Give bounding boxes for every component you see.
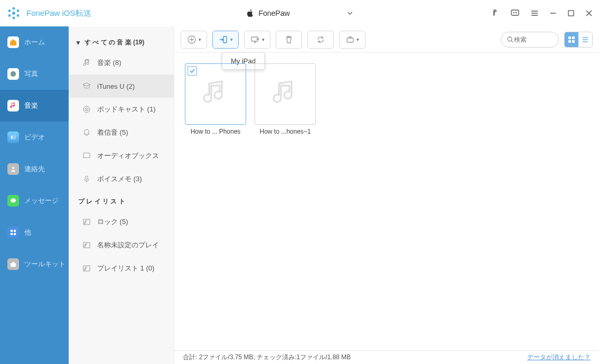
toolbar: ▾ ▾ ▾ ▾ My iPad (174, 26, 599, 53)
trash-icon (285, 35, 293, 44)
mic-icon (81, 175, 92, 183)
book-icon (81, 152, 92, 160)
nav-home[interactable]: ホーム (0, 26, 69, 58)
item-label: ロック (5) (97, 217, 128, 227)
to-device-button[interactable]: ▾ (212, 31, 239, 49)
playlist-header[interactable]: プ レ イ リ ス ト (69, 191, 174, 210)
svg-point-3 (8, 10, 11, 12)
search-box[interactable] (501, 32, 559, 48)
checkbox-checked[interactable] (188, 66, 197, 76)
file-card[interactable]: How to ... Phones (185, 63, 246, 135)
contacts-icon (10, 166, 16, 172)
nav-video[interactable]: ビデオ (0, 122, 69, 153)
svg-rect-39 (568, 40, 571, 43)
toolbox-button[interactable]: ▾ (339, 31, 366, 49)
nav-other[interactable]: 他 (0, 217, 69, 248)
to-pc-button[interactable]: ▾ (244, 31, 270, 49)
cat-audiobooks[interactable]: オーディオブックス (69, 144, 174, 167)
item-label: オーディオブックス (97, 151, 159, 161)
device-dropdown[interactable]: FonePaw (241, 7, 357, 20)
file-card[interactable]: How to ...hones~1 (255, 63, 316, 135)
triangle-down-icon: ▼ (75, 39, 81, 46)
svg-point-2 (13, 17, 15, 20)
search-icon (507, 36, 514, 43)
svg-rect-37 (568, 36, 571, 39)
svg-point-6 (17, 14, 20, 17)
menu-icon[interactable] (530, 9, 539, 17)
bell-icon (81, 128, 92, 137)
nav-music[interactable]: 音楽 (0, 90, 69, 122)
delete-button[interactable] (276, 31, 302, 49)
playlist-icon (81, 241, 92, 249)
message-icon[interactable] (510, 8, 520, 18)
svg-rect-22 (14, 233, 16, 235)
nav-toolkit[interactable]: ツールキット (0, 248, 69, 280)
search-input[interactable] (514, 36, 551, 43)
cat-ringtone[interactable]: 着信音 (5) (69, 121, 174, 144)
toolkit-icon (10, 261, 16, 267)
item-label: ポッドキャスト (1) (97, 105, 156, 114)
svg-rect-12 (568, 11, 574, 16)
cat-music[interactable]: 音楽 (8) (69, 51, 174, 74)
playlist-rock[interactable]: ロック (5) (69, 210, 174, 234)
svg-rect-21 (11, 233, 13, 235)
file-name: How to ...hones~1 (251, 128, 320, 135)
svg-point-15 (11, 71, 16, 77)
app-logo (6, 6, 21, 21)
minimize-icon[interactable] (549, 10, 557, 17)
refresh-button[interactable] (307, 31, 334, 49)
chevron-down-icon: ▾ (199, 37, 201, 42)
svg-rect-28 (86, 176, 88, 180)
chevron-down-icon (347, 10, 353, 16)
cat-podcast[interactable]: ポッドキャスト (1) (69, 98, 174, 121)
svg-point-17 (12, 167, 14, 169)
nav-messages[interactable]: メッセージ (0, 185, 69, 217)
nav-label: 写真 (24, 69, 38, 79)
playlist-untitled[interactable]: 名称未設定のプレイ (69, 234, 174, 257)
add-button[interactable]: ▾ (181, 31, 207, 49)
grid-icon (10, 229, 16, 236)
playlist-icon (81, 218, 92, 226)
cat-itunesu[interactable]: iTunes U (2) (69, 74, 174, 98)
playlist-icon (81, 264, 92, 273)
nav-label: ツールキット (24, 259, 65, 269)
svg-text:f: f (493, 10, 495, 17)
music-file-icon (201, 79, 230, 109)
maximize-icon[interactable] (567, 10, 575, 17)
all-music-header[interactable]: ▼す べ て の 音 楽 (19) (69, 32, 174, 51)
file-grid: How to ... Phones How to ...hones~1 (174, 53, 599, 350)
svg-point-10 (514, 12, 516, 13)
nav-contacts[interactable]: 連絡先 (0, 153, 69, 185)
grid-view-icon (568, 36, 575, 43)
svg-point-5 (8, 14, 11, 17)
item-label: ボイスメモ (3) (97, 174, 142, 184)
status-text: 合計: 2ファイル/3.75 MB; チェック済み:1ファイル/1.88 MB (183, 353, 351, 362)
close-icon[interactable] (585, 10, 593, 17)
chevron-down-icon: ▾ (262, 37, 265, 42)
app-title: FonePaw iOS転送 (26, 8, 91, 18)
nav-photos[interactable]: 写真 (0, 58, 69, 90)
svg-rect-40 (572, 40, 575, 43)
data-lost-link[interactable]: データが消えました？ (527, 353, 591, 362)
cat-voicememo[interactable]: ボイスメモ (3) (69, 167, 174, 191)
svg-rect-19 (11, 230, 13, 232)
refresh-icon (316, 35, 325, 44)
chevron-down-icon: ▾ (230, 37, 233, 42)
plus-icon (187, 35, 196, 44)
header-label: プ レ イ リ ス ト (78, 197, 125, 206)
playlist-1[interactable]: プレイリスト 1 (0) (69, 257, 174, 280)
grid-view-button[interactable] (565, 32, 578, 47)
video-icon (10, 134, 16, 141)
to-pc-icon (250, 35, 260, 44)
feedback-icon[interactable]: f (491, 9, 500, 17)
list-view-button[interactable] (578, 32, 592, 47)
device-name: FonePaw (258, 9, 289, 17)
svg-rect-24 (12, 262, 14, 263)
item-label: 着信音 (5) (97, 128, 128, 137)
nav-label: 連絡先 (24, 164, 45, 174)
nav-label: ホーム (24, 38, 45, 47)
to-device-icon (219, 35, 228, 44)
music-file-icon (270, 79, 300, 109)
main-body: ホーム 写真 音楽 ビデオ 連絡先 メッセージ 他 ツールキット ▼す べ て … (0, 26, 599, 364)
nav-label: 他 (24, 228, 31, 237)
